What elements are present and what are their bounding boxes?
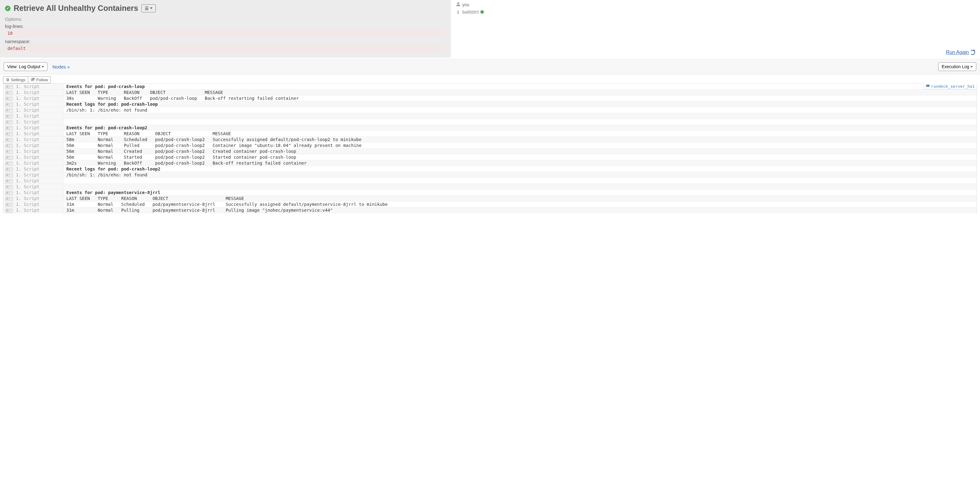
log-row-meta: #! 1. Script (3, 196, 64, 201)
step-label: 1. Script (16, 184, 40, 189)
node-tag-label: rundeck_server_ha1 (931, 84, 975, 89)
log-row: #! 1. Script (3, 178, 977, 184)
log-row-meta: #! 1. Script (3, 143, 64, 148)
step-icon: # (5, 91, 9, 95)
commit-hash: 9a86bfcf (462, 10, 479, 14)
step-label: 1. Script (16, 96, 40, 101)
option-namespace-value: default (5, 45, 446, 52)
log-row: #! 1. ScriptEvents for pod: pod-crash-lo… (3, 84, 977, 89)
step-label: 1. Script (16, 113, 40, 118)
view-dropdown[interactable]: View: Log Output (4, 62, 48, 71)
job-actions-dropdown[interactable]: ☰ (141, 4, 156, 13)
log-row: #! 1. Script38s Warning BackOff pod/pod-… (3, 96, 977, 101)
run-again-link[interactable]: Run Again (946, 49, 975, 55)
user-icon (456, 2, 461, 8)
log-line: 58m Normal Scheduled pod/pod-crash-loop2… (64, 137, 977, 143)
log-row: #! 1. ScriptEvents for pod: paymentservi… (3, 190, 977, 196)
step-bang-icon: ! (9, 115, 13, 118)
run-again-label: Run Again (946, 49, 969, 55)
step-label: 1. Script (16, 143, 40, 148)
list-icon: ☰ (145, 6, 149, 11)
log-line: Recent logs for pod: pod-crash-loop2 (64, 166, 977, 172)
log-line: 38s Warning BackOff pod/pod-crash-loop B… (64, 96, 977, 101)
log-row: #! 1. Script/bin/sh: 1: /bin/eho: not fo… (3, 107, 977, 113)
step-bang-icon: ! (9, 185, 13, 189)
log-row-meta: #! 1. Script (3, 178, 64, 184)
step-bang-icon: ! (9, 132, 13, 136)
step-bang-icon: ! (9, 138, 13, 142)
step-label: 1. Script (16, 108, 40, 113)
step-label: 1. Script (16, 84, 40, 89)
step-icon: # (5, 115, 9, 118)
step-label: 1. Script (16, 120, 40, 124)
log-row: #! 1. Script56m Normal Created pod/pod-c… (3, 148, 977, 155)
step-bang-icon: ! (9, 161, 13, 166)
step-bang-icon: ! (9, 108, 13, 113)
step-icon: # (5, 173, 9, 177)
job-title: Retrieve All Unhealthy Containers (14, 4, 138, 13)
execution-log-dropdown[interactable]: Execution Log (938, 62, 976, 71)
execution-log-label: Execution Log (942, 64, 969, 69)
log-row-meta: #! 1. Script (3, 125, 64, 131)
log-line: 31m Normal Scheduled pod/paymentservice-… (64, 201, 977, 207)
step-bang-icon: ! (9, 173, 13, 177)
log-row: #! 1. ScriptRecent logs for pod: pod-cra… (3, 101, 977, 107)
log-line: 56m Normal Created pod/pod-crash-loop2 C… (64, 148, 977, 155)
user-name: you (462, 2, 469, 7)
log-row: #! 1. ScriptEvents for pod: pod-crash-lo… (3, 125, 977, 131)
log-row: #! 1. Script3m2s Warning BackOff pod/pod… (3, 160, 977, 166)
log-row: #! 1. Script56m Normal Pulled pod/pod-cr… (3, 143, 977, 148)
step-label: 1. Script (16, 131, 40, 136)
gear-icon: ⚙ (6, 78, 10, 82)
step-bang-icon: ! (9, 179, 13, 183)
step-icon: # (5, 197, 9, 201)
caret-down-icon (970, 66, 973, 68)
log-row: #! 1. ScriptRecent logs for pod: pod-cra… (3, 166, 977, 172)
log-row: #! 1. Script/bin/sh: 1: /bin/eho: not fo… (3, 172, 977, 178)
log-controls-bar: View: Log Output Nodes » Execution Log (0, 59, 980, 74)
step-bang-icon: ! (9, 150, 13, 154)
log-output-table: #! 1. ScriptEvents for pod: pod-crash-lo… (3, 83, 977, 213)
step-icon: # (5, 203, 9, 207)
caret-down-icon (41, 66, 44, 68)
log-line: 3m2s Warning BackOff pod/pod-crash-loop2… (64, 160, 977, 166)
step-label: 1. Script (16, 161, 40, 166)
log-row-meta: #! 1. Script (3, 184, 64, 190)
option-loglines-value: 10 (5, 29, 446, 37)
caret-down-icon (150, 8, 153, 9)
log-line: Events for pod: paymentservice-8jrrl (64, 190, 977, 196)
step-icon: # (5, 191, 9, 195)
step-label: 1. Script (16, 190, 40, 195)
step-label: 1. Script (16, 208, 40, 213)
branch-icon (456, 9, 460, 14)
nodes-link[interactable]: Nodes » (52, 64, 70, 69)
step-label: 1. Script (16, 166, 40, 171)
log-row-meta: #! 1. Script (3, 201, 64, 207)
step-icon: # (5, 209, 9, 213)
log-row-meta: #! 1. Script (3, 107, 64, 113)
log-line (64, 178, 977, 184)
step-bang-icon: ! (9, 103, 13, 107)
log-row-meta: #! 1. Script (3, 172, 64, 178)
execution-meta-panel: you 9a86bfcf Run Again (451, 0, 980, 57)
step-icon: # (5, 97, 9, 101)
follow-toggle[interactable]: Follow (28, 76, 51, 83)
node-tag[interactable]: rundeck_server_ha1 (924, 83, 977, 89)
step-label: 1. Script (16, 196, 40, 201)
log-line: /bin/sh: 1: /bin/eho: not found (64, 172, 977, 178)
settings-button[interactable]: ⚙ Settings (3, 76, 28, 83)
log-row-meta: #! 1. Script (3, 96, 64, 101)
step-bang-icon: ! (9, 209, 13, 213)
log-line: LAST SEEN TYPE REASON OBJECT MESSAGE (64, 89, 977, 96)
log-line: 56m Normal Pulled pod/pod-crash-loop2 Co… (64, 143, 977, 148)
step-icon: # (5, 167, 9, 171)
step-icon: # (5, 179, 9, 183)
settings-label: Settings (11, 78, 25, 82)
step-bang-icon: ! (9, 156, 13, 159)
step-icon: # (5, 156, 9, 159)
log-row-meta: #! 1. Script (3, 148, 64, 155)
step-label: 1. Script (16, 137, 40, 142)
step-label: 1. Script (16, 149, 40, 154)
step-bang-icon: ! (9, 126, 13, 130)
view-label: View: Log Output (7, 64, 40, 69)
